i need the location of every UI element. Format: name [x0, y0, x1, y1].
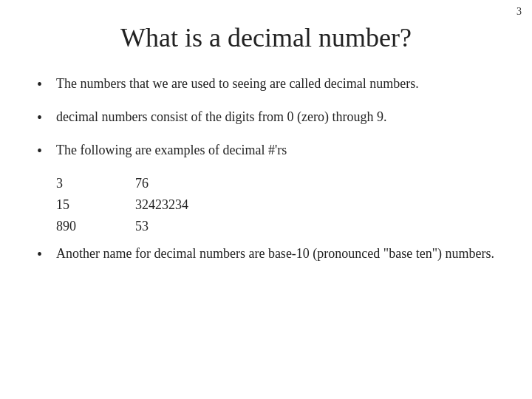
- bullet-text: The numbers that we are used to seeing a…: [56, 74, 495, 93]
- list-item: • The following are examples of decimal …: [37, 140, 495, 162]
- slide-number: 3: [516, 6, 522, 18]
- slide-title: What is a decimal number?: [37, 22, 495, 53]
- example-value: 3: [56, 174, 76, 194]
- bullet-dot: •: [37, 74, 53, 95]
- examples-col-1: 3 15 890: [56, 174, 76, 236]
- bullet-text: decimal numbers consist of the digits fr…: [56, 107, 495, 126]
- bullet-list: • The numbers that we are used to seeing…: [37, 74, 495, 162]
- examples-col-2: 76 32423234 53: [135, 174, 188, 236]
- list-item: • The numbers that we are used to seeing…: [37, 74, 495, 95]
- bullet-text: Another name for decimal numbers are bas…: [56, 244, 495, 263]
- bullet-dot: •: [37, 244, 53, 265]
- examples-table: 3 15 890 76 32423234 53: [56, 174, 495, 236]
- bullet-list-bottom: • Another name for decimal numbers are b…: [37, 244, 495, 265]
- example-value: 53: [135, 216, 188, 236]
- example-value: 76: [135, 174, 188, 194]
- list-item: • decimal numbers consist of the digits …: [37, 107, 495, 129]
- example-value: 32423234: [135, 195, 188, 215]
- example-value: 890: [56, 216, 76, 236]
- bullet-dot: •: [37, 140, 53, 162]
- bullet-dot: •: [37, 107, 53, 129]
- example-value: 15: [56, 195, 76, 215]
- bullet-text: The following are examples of decimal #'…: [56, 140, 495, 160]
- list-item: • Another name for decimal numbers are b…: [37, 244, 495, 265]
- slide-content: What is a decimal number? • The numbers …: [0, 0, 532, 292]
